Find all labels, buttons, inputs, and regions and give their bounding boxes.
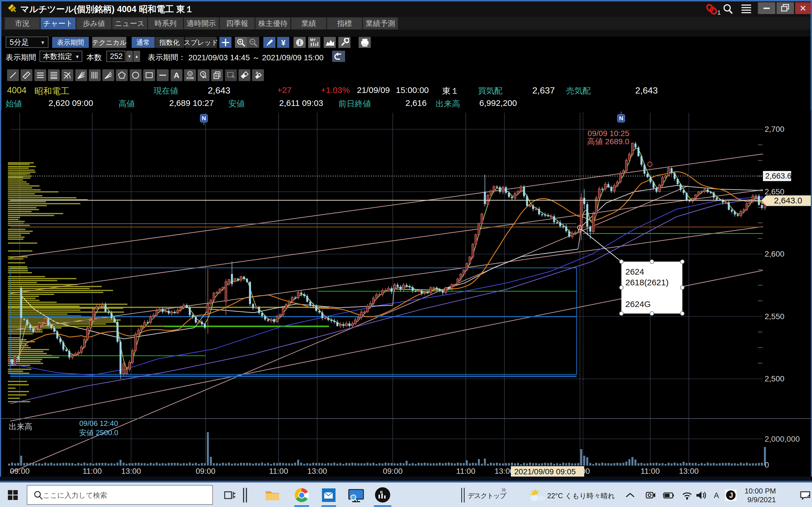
svg-text:ICON: ICON <box>187 76 194 80</box>
svg-text:0: 0 <box>765 460 769 469</box>
svg-text:高値 2689.0: 高値 2689.0 <box>587 137 629 146</box>
svg-text:09:00: 09:00 <box>196 467 215 475</box>
svg-text:N: N <box>619 115 623 121</box>
svg-text:13:00: 13:00 <box>307 467 327 475</box>
svg-text:09:00: 09:00 <box>383 467 403 475</box>
svg-text:1: 1 <box>717 9 721 15</box>
svg-text:09/06 12:40: 09/06 12:40 <box>79 419 118 428</box>
svg-text:09:00: 09:00 <box>10 467 30 475</box>
svg-text:安値 2500.0: 安値 2500.0 <box>79 429 118 437</box>
svg-text:11:00: 11:00 <box>456 467 475 475</box>
svg-text:2,700: 2,700 <box>765 125 784 133</box>
svg-text:J: J <box>729 491 733 499</box>
svg-text:N: N <box>202 115 206 121</box>
svg-text:2,000,000: 2,000,000 <box>765 435 800 443</box>
svg-text:2,663.6: 2,663.6 <box>765 172 792 180</box>
svg-text:2618(2621): 2618(2621) <box>625 278 668 287</box>
svg-text:2,643.0: 2,643.0 <box>774 196 802 205</box>
svg-text:i: i <box>299 39 300 46</box>
svg-text:11:00: 11:00 <box>269 467 288 475</box>
svg-text:13:00: 13:00 <box>121 467 141 475</box>
svg-text:11:00: 11:00 <box>83 467 102 475</box>
svg-text:2,550: 2,550 <box>765 312 784 321</box>
svg-text:2624: 2624 <box>625 267 644 276</box>
svg-text:2,500: 2,500 <box>765 374 784 383</box>
svg-text:09/09 10:25: 09/09 10:25 <box>588 129 629 138</box>
svg-text:13:00: 13:00 <box>679 467 699 475</box>
svg-text:2624G: 2624G <box>625 299 651 309</box>
svg-text:2,650: 2,650 <box>765 187 784 196</box>
svg-text:A: A <box>174 71 179 80</box>
svg-text:11:00: 11:00 <box>641 467 660 475</box>
svg-text:出来高: 出来高 <box>9 422 33 431</box>
svg-text:MY: MY <box>310 38 316 42</box>
svg-text:2021/09/09 09:05: 2021/09/09 09:05 <box>514 467 576 476</box>
svg-text:¥: ¥ <box>281 38 286 47</box>
svg-text:2,600: 2,600 <box>765 249 784 258</box>
